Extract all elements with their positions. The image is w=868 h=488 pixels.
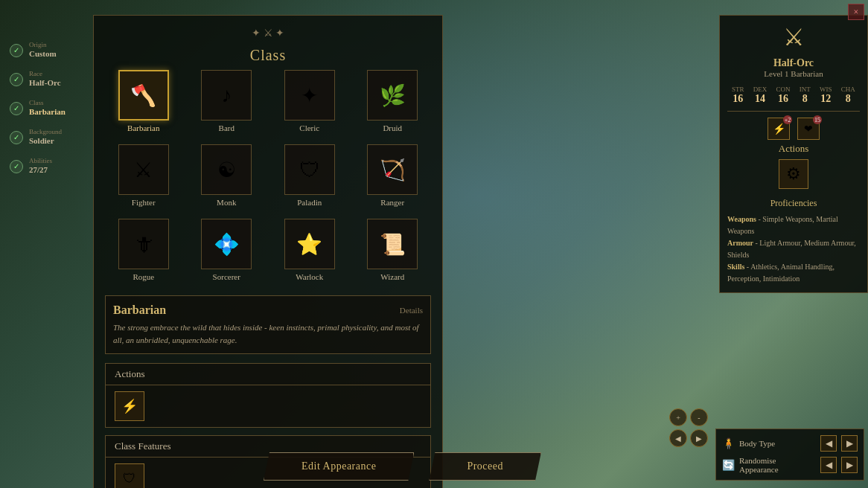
class-item-fighter[interactable]: ⚔ Fighter	[105, 141, 182, 210]
class-name-barbarian: Barbarian	[127, 123, 159, 132]
randomise-icon: 🔄	[722, 459, 735, 472]
body-type-label: Body Type	[739, 439, 816, 448]
class-icon-fighter: ⚔	[118, 144, 169, 195]
actions-label: Actions	[727, 143, 860, 155]
appearance-controls-panel: 🧍 Body Type ◀ ▶ 🔄 Randomise Appearance ◀…	[715, 428, 864, 481]
character-name: Half-Orc	[727, 57, 860, 69]
body-type-prev-button[interactable]: ◀	[820, 435, 837, 452]
nav-main-label-race: Half-Orc	[29, 78, 61, 88]
class-name-bard: Bard	[219, 123, 234, 132]
class-panel-title: Class	[105, 47, 431, 64]
edit-appearance-button[interactable]: Edit Appearance	[264, 452, 414, 481]
nav-label-origin: Origin Custom	[29, 42, 57, 59]
camera-zoom-in-button[interactable]: +	[669, 408, 687, 426]
class-item-paladin[interactable]: 🛡 Paladin	[271, 141, 348, 210]
hp-count: 15	[813, 115, 822, 124]
class-item-monk[interactable]: ☯ Monk	[188, 141, 266, 210]
bonus-action-count: +2	[783, 115, 792, 124]
stat-value-wis: 12	[820, 93, 831, 105]
action-badges-row: ⚡ +2 ❤ 15	[727, 118, 860, 140]
nav-item-abilities[interactable]: ✓ Abilities 27/27	[4, 153, 93, 179]
nav-label-class: Class Barbarian	[29, 100, 66, 117]
stat-label-con: CON	[776, 86, 791, 93]
nav-check-class: ✓	[10, 102, 23, 115]
nav-sublabel-race: Race	[29, 71, 61, 78]
nav-check-background: ✓	[10, 131, 23, 144]
class-item-barbarian[interactable]: 🪓 Barbarian	[105, 67, 182, 135]
skills-proficiency: Skills - Athletics, Animal Handling, Per…	[727, 261, 860, 285]
nav-check-race: ✓	[10, 73, 23, 86]
nav-item-race[interactable]: ✓ Race Half-Orc	[4, 66, 93, 92]
skills-label: Skills	[727, 263, 744, 271]
stat-label-wis: WIS	[820, 86, 832, 93]
randomise-prev-button[interactable]: ◀	[820, 457, 837, 473]
nav-check-origin: ✓	[10, 44, 23, 57]
actions-section: Actions ⚡	[105, 363, 431, 428]
camera-controls: + - ◀ ▶	[669, 408, 708, 447]
class-name-sorcerer: Sorcerer	[213, 272, 240, 281]
class-item-warlock[interactable]: ⭐ Warlock	[271, 216, 348, 284]
class-item-sorcerer[interactable]: 💠 Sorcerer	[188, 216, 266, 284]
camera-zoom-out-button[interactable]: -	[690, 408, 708, 426]
nav-label-background: Background Soldier	[29, 129, 62, 146]
stat-value-cha: 8	[846, 93, 851, 105]
class-item-wizard[interactable]: 📜 Wizard	[354, 216, 432, 284]
stats-row: STR 16 DEX 14 CON 16 INT 8 WIS 12 CHA 8	[727, 86, 860, 105]
class-item-bard[interactable]: ♪ Bard	[188, 67, 266, 135]
class-icon-rogue: 🗡	[118, 219, 169, 269]
stat-value-con: 16	[778, 93, 788, 105]
nav-sublabel-origin: Origin	[29, 42, 57, 49]
class-desc-name: Barbarian	[113, 304, 166, 317]
nav-sublabel-background: Background	[29, 129, 62, 136]
action-badge-hp: ❤ 15	[797, 118, 820, 140]
stat-label-str: STR	[732, 86, 744, 93]
camera-top-row: + -	[669, 408, 708, 426]
class-item-cleric[interactable]: ✦ Cleric	[271, 67, 348, 135]
nav-item-class[interactable]: ✓ Class Barbarian	[4, 95, 93, 121]
class-name-ranger: Ranger	[380, 198, 404, 207]
action-icon-rage[interactable]: ⚡	[115, 391, 144, 421]
nav-label-race: Race Half-Orc	[29, 71, 61, 88]
nav-sublabel-class: Class	[29, 100, 66, 107]
nav-item-background[interactable]: ✓ Background Soldier	[4, 124, 93, 150]
body-type-row: 🧍 Body Type ◀ ▶	[722, 435, 858, 452]
class-item-rogue[interactable]: 🗡 Rogue	[105, 216, 182, 284]
divider-1	[727, 111, 860, 112]
class-item-ranger[interactable]: 🏹 Ranger	[354, 141, 432, 210]
proficiencies-icon-row: ⚙	[727, 159, 860, 189]
class-name-fighter: Fighter	[132, 198, 156, 207]
character-class: Level 1 Barbarian	[727, 69, 860, 78]
proficiencies-title: Proficiencies	[727, 196, 860, 211]
class-item-druid[interactable]: 🌿 Druid	[354, 67, 432, 135]
class-description-area: Barbarian Details The strong embrace the…	[105, 295, 431, 354]
class-icon-barbarian: 🪓	[118, 70, 169, 121]
class-icon-sorcerer: 💠	[201, 219, 252, 269]
class-icon-cleric: ✦	[284, 70, 335, 121]
bottom-action-bar: Edit Appearance Proceed	[93, 452, 712, 481]
camera-bottom-row: ◀ ▶	[669, 429, 708, 447]
nav-main-label-class: Barbarian	[29, 107, 66, 117]
randomise-label: Randomise Appearance	[739, 456, 816, 474]
class-name-druid: Druid	[383, 123, 402, 132]
bonus-action-icon: ⚡ +2	[768, 118, 790, 140]
class-icon-druid: 🌿	[367, 70, 418, 121]
body-type-icon: 🧍	[722, 437, 735, 450]
stat-value-dex: 14	[755, 93, 765, 105]
nav-item-origin[interactable]: ✓ Origin Custom	[4, 37, 93, 63]
body-type-next-button[interactable]: ▶	[841, 435, 858, 452]
stat-value-int: 8	[802, 93, 808, 105]
class-icon-monk: ☯	[201, 144, 252, 195]
action-badge-bonus: ⚡ +2	[768, 118, 790, 140]
camera-rotate-right-button[interactable]: ▶	[690, 429, 708, 447]
class-details-link[interactable]: Details	[400, 306, 423, 315]
randomise-next-button[interactable]: ▶	[841, 457, 858, 473]
class-icon-ranger: 🏹	[367, 144, 418, 195]
close-button[interactable]: ×	[848, 4, 864, 20]
proceed-button[interactable]: Proceed	[429, 452, 541, 481]
camera-rotate-left-button[interactable]: ◀	[669, 429, 687, 447]
nav-main-label-origin: Custom	[29, 49, 57, 59]
stat-str: STR 16	[732, 86, 744, 105]
stat-con: CON 16	[776, 86, 791, 105]
stat-dex: DEX 14	[753, 86, 768, 105]
portrait-icon: ⚔	[727, 23, 860, 51]
